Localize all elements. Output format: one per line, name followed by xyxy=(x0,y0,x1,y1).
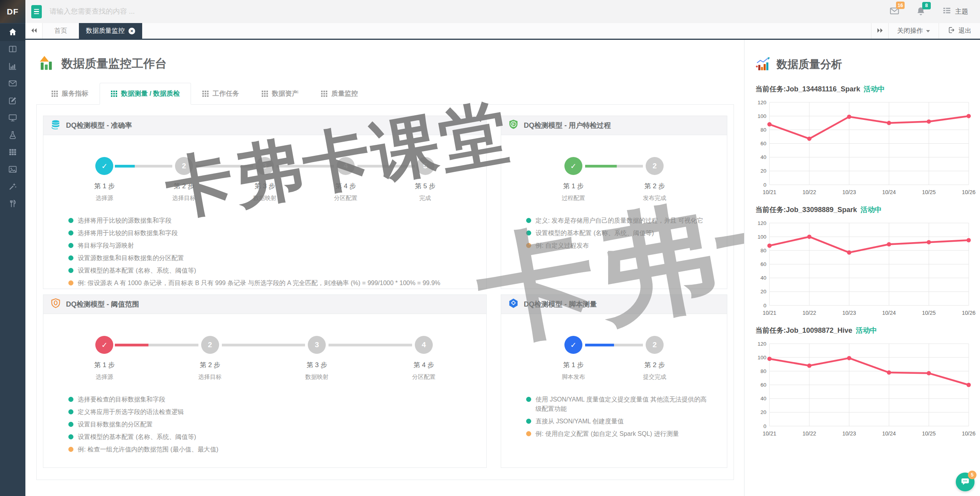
chat-button[interactable]: 5 xyxy=(956,473,975,491)
step-connector xyxy=(585,344,643,346)
tab-home[interactable]: 首页 xyxy=(43,23,79,39)
workbench-tab-3[interactable]: 数据资产 xyxy=(250,83,310,104)
panel-script-measure: DQ检测模型 - 脚本测量✓第 1 步脚本发布2第 2 步提交完成使用 JSON… xyxy=(501,294,727,468)
search-input[interactable] xyxy=(50,7,253,16)
step-1: ✓第 1 步脚本发布 xyxy=(562,336,585,381)
logout-button[interactable]: 退出 xyxy=(939,23,980,39)
step-4: 4第 4 步分区配置 xyxy=(412,336,436,381)
panel-title: DQ检测模型 - 阈值范围 xyxy=(66,300,139,309)
panel-bullets: 选择将用于比较的源数据集和字段选择将用于比较的目标数据集和字段将目标字段与源映射… xyxy=(59,216,471,288)
magic-wand-icon xyxy=(8,182,17,193)
workbench-tab-label: 质量监控 xyxy=(331,89,358,98)
page-title: 数据质量监控工作台 xyxy=(61,56,167,72)
sidebar-item-columns[interactable] xyxy=(0,41,25,58)
bullet-text: 选择要检查的目标数据集和字段 xyxy=(78,395,165,404)
table-icon xyxy=(8,148,17,158)
step-3: 3第 3 步数据映射 xyxy=(305,336,328,381)
workbench-tab-4[interactable]: 质量监控 xyxy=(310,83,369,104)
svg-text:80: 80 xyxy=(760,248,766,253)
panel-threshold-range: DQ检测模型 - 阈值范围✓第 1 步选择源2第 2 步选择目标3第 3 步数据… xyxy=(43,294,487,468)
chart-heading: 当前任务:Job_10098872_Hive活动中 xyxy=(755,326,980,335)
step-connector xyxy=(357,165,415,168)
step-1: ✓第 1 步选择源 xyxy=(94,336,115,381)
step-circle: 2 xyxy=(201,336,219,354)
sidebar-item-mail[interactable] xyxy=(0,75,25,93)
sidebar-item-flask[interactable] xyxy=(0,127,25,144)
sidebar-item-home[interactable] xyxy=(0,24,25,41)
workbench-tab-0[interactable]: 服务指标 xyxy=(40,83,100,104)
step-1: ✓第 1 步过程配置 xyxy=(562,157,585,202)
grid-icon xyxy=(202,91,209,97)
step-5: 5第 5 步完成 xyxy=(415,157,436,202)
panel-header: FDQ检测模型 - 用户特检过程 xyxy=(501,116,727,135)
svg-text:10/22: 10/22 xyxy=(802,310,816,316)
step-1: ✓第 1 步选择源 xyxy=(94,157,115,202)
step-sublabel: 发布完成 xyxy=(643,194,666,202)
workbench-card: DQ检测模型 - 准确率✓第 1 步选择源2第 2 步选择目标3第 3 步数据映… xyxy=(36,105,734,480)
bullet-dot xyxy=(526,431,531,436)
sidebar-item-edit[interactable] xyxy=(0,93,25,110)
bullet-text: 使用 JSON/YAML 度量值定义提交度量值 其他流无法提供的高级配置功能 xyxy=(536,395,711,414)
bullet-dot xyxy=(68,409,73,414)
svg-text:10/21: 10/21 xyxy=(762,430,776,437)
theme-button[interactable]: 主题 xyxy=(942,6,968,17)
close-operations-dropdown[interactable]: 关闭操作 xyxy=(888,23,939,39)
topbar-actions: 16 8 主题 xyxy=(889,6,980,17)
monitor-icon xyxy=(8,113,17,124)
logout-icon xyxy=(948,26,955,36)
bullet-dot xyxy=(68,434,73,439)
step-connector xyxy=(222,344,305,346)
svg-text:10/24: 10/24 xyxy=(882,189,896,195)
caret-down-icon xyxy=(926,30,930,32)
app-logo: DF xyxy=(0,0,25,23)
sidebar-item-magic-wand[interactable] xyxy=(0,178,25,196)
panel-accuracy: DQ检测模型 - 准确率✓第 1 步选择源2第 2 步选择目标3第 3 步数据映… xyxy=(43,116,487,289)
messages-button[interactable]: 16 xyxy=(889,6,900,17)
step-connector xyxy=(585,165,643,168)
panel-header: DQ检测模型 - 阈值范围 xyxy=(43,295,486,314)
bullet-item: 例: 假设源表 A 有 1000 条记录，而目标表 B 只有 999 条记录 与… xyxy=(68,278,471,288)
panel-title: DQ检测模型 - 用户特检过程 xyxy=(524,121,611,130)
svg-text:120: 120 xyxy=(757,341,766,347)
sidebar-item-monitor[interactable] xyxy=(0,110,25,127)
workbench-tab-label: 数据测量 / 数据质检 xyxy=(121,89,180,98)
tab-data-quality-monitor[interactable]: 数据质量监控 ✕ xyxy=(79,23,142,39)
sidebar-toggle-button[interactable] xyxy=(31,5,42,18)
bar-chart-icon xyxy=(8,62,17,72)
stepper: ✓第 1 步选择源2第 2 步选择目标3第 3 步数据映射4第 4 步分区配置 xyxy=(59,336,471,381)
bullet-item: 设置模型的基本配置 (名称、系统、阈值等) xyxy=(68,266,471,275)
workbench-main: 数据质量监控工作台 服务指标数据测量 / 数据质检工作任务数据资产质量监控 DQ… xyxy=(25,40,744,496)
step-title: 第 3 步 xyxy=(255,182,275,191)
step-connector xyxy=(277,165,334,168)
sidebar-item-image[interactable] xyxy=(0,161,25,178)
sidebar-item-utensils[interactable] xyxy=(0,196,25,213)
step-title: 第 1 步 xyxy=(563,182,584,191)
bullet-text: 选择将用于比较的源数据集和字段 xyxy=(78,216,171,225)
tabs-scroll-right-button[interactable] xyxy=(871,23,888,39)
bullet-item: 设置模型的基本配置 (名称、系统、阈值等) xyxy=(526,228,711,238)
edit-icon xyxy=(8,96,17,107)
step-2: 2第 2 步发布完成 xyxy=(643,157,666,202)
step-title: 第 2 步 xyxy=(644,182,665,191)
step-circle: 3 xyxy=(308,336,326,354)
notifications-button[interactable]: 8 xyxy=(916,6,926,17)
messages-badge: 16 xyxy=(896,2,905,9)
bullet-dot xyxy=(68,397,73,402)
tabs-scroll-left-button[interactable] xyxy=(25,23,43,39)
workbench-tab-1[interactable]: 数据测量 / 数据质检 xyxy=(100,83,191,105)
charts-container: 当前任务:Job_134481116_Spark活动中0204060801001… xyxy=(755,84,980,439)
bullet-item: 选择要检查的目标数据集和字段 xyxy=(68,395,471,404)
sidebar-item-bar-chart[interactable] xyxy=(0,58,25,75)
svg-text:20: 20 xyxy=(760,289,766,294)
line-chart: 02040608010012010/2110/2210/2310/2410/25… xyxy=(755,340,974,439)
tabbar-right-actions: 关闭操作 退出 xyxy=(871,23,980,39)
panel-bullets: 选择要检查的目标数据集和字段定义将应用于所选字段的语法检查逻辑设置目标数据集的分… xyxy=(59,395,471,454)
chart-task-label: 当前任务:Job_33098889_Spark xyxy=(755,206,857,214)
panel-user-feature-process: FDQ检测模型 - 用户特检过程✓第 1 步过程配置2第 2 步发布完成定义: … xyxy=(501,116,727,289)
chart-heading: 当前任务:Job_134481116_Spark活动中 xyxy=(755,84,980,94)
bullet-dot xyxy=(68,280,73,285)
workbench-tab-2[interactable]: 工作任务 xyxy=(191,83,250,104)
tab-close-icon[interactable]: ✕ xyxy=(129,28,135,34)
sidebar-item-table[interactable] xyxy=(0,144,25,161)
bullet-item: 直接从 JSON/YAML 创建度量值 xyxy=(526,417,711,426)
